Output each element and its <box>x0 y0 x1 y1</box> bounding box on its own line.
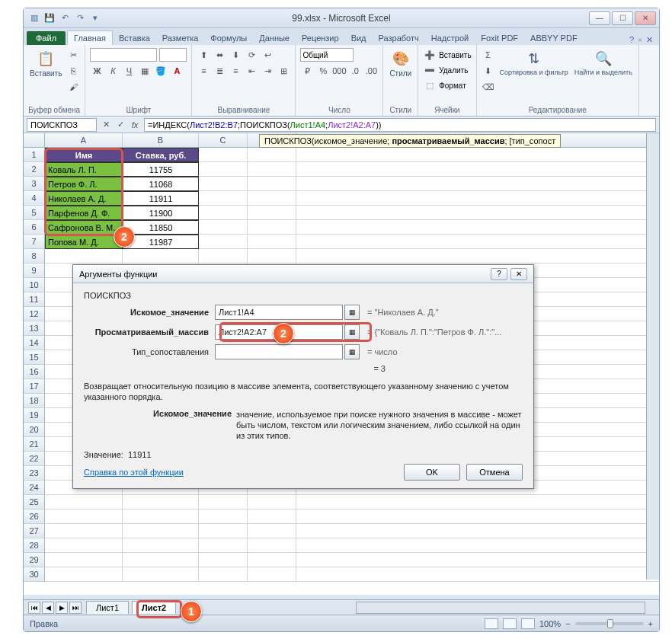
italic-icon[interactable]: К <box>106 64 120 78</box>
row-header[interactable]: 14 <box>24 336 45 350</box>
cell[interactable] <box>248 524 296 538</box>
underline-icon[interactable]: Ч <box>122 64 136 78</box>
row-header[interactable]: 8 <box>24 249 45 264</box>
cell[interactable]: 11911 <box>123 191 199 206</box>
tab-data[interactable]: Данные <box>253 31 296 45</box>
cell[interactable] <box>199 206 248 220</box>
row-header[interactable]: 7 <box>24 235 45 249</box>
zoom-out-icon[interactable]: − <box>565 619 570 628</box>
cell[interactable] <box>248 567 296 582</box>
sort-filter-button[interactable]: ⇅ Сортировка и фильтр <box>498 48 570 78</box>
row-header[interactable]: 23 <box>24 466 45 481</box>
row-header[interactable]: 10 <box>24 278 45 292</box>
cell[interactable] <box>199 524 248 538</box>
tab-review[interactable]: Рецензир <box>296 31 345 45</box>
indent-inc-icon[interactable]: ⇥ <box>261 64 274 78</box>
name-box[interactable]: ПОИСКПОЗ <box>27 118 97 132</box>
cell[interactable] <box>45 567 123 582</box>
tab-addins[interactable]: Надстрой <box>425 31 475 45</box>
cell[interactable] <box>45 249 123 264</box>
sheet-tab-2[interactable]: Лист2 <box>132 601 176 614</box>
cell[interactable]: Попова М. Д. <box>45 235 123 249</box>
sheet-nav-first-icon[interactable]: ⏮ <box>28 602 40 614</box>
formula-input[interactable]: =ИНДЕКС(Лист2!B2:B7;ПОИСКПОЗ(Лист1!A4;Ли… <box>144 118 656 132</box>
undo-icon[interactable]: ↶ <box>59 12 71 24</box>
arg-match-refbtn[interactable]: ▦ <box>344 344 360 359</box>
tab-insert[interactable]: Вставка <box>113 31 156 45</box>
format-cells-icon[interactable]: ⬚ <box>423 78 437 92</box>
cell[interactable] <box>248 177 296 191</box>
cell[interactable] <box>199 249 248 264</box>
cell[interactable] <box>199 220 248 235</box>
align-bottom-icon[interactable]: ⬇ <box>229 48 242 62</box>
cell[interactable] <box>123 538 199 553</box>
cell[interactable]: Ставка, руб. <box>123 148 199 162</box>
row-header[interactable]: 17 <box>24 379 45 394</box>
cell[interactable] <box>248 162 296 177</box>
view-pagebreak-icon[interactable] <box>521 618 535 629</box>
fill-icon[interactable]: ⬇ <box>482 64 495 78</box>
close-button[interactable]: ✕ <box>635 11 656 25</box>
minimize-button[interactable]: — <box>589 11 610 25</box>
copy-icon[interactable]: ⎘ <box>66 64 80 78</box>
sheet-tab-1[interactable]: Лист1 <box>86 601 129 614</box>
cell[interactable] <box>123 567 199 582</box>
cell[interactable] <box>45 538 123 553</box>
row-header[interactable]: 26 <box>24 509 45 524</box>
row-header[interactable]: 11 <box>24 292 45 307</box>
arg-lookup-refbtn[interactable]: ▦ <box>344 305 360 320</box>
cell[interactable] <box>199 538 248 553</box>
sheet-nav-next-icon[interactable]: ▶ <box>56 602 68 614</box>
cell[interactable]: Имя <box>45 148 123 162</box>
cell[interactable] <box>199 553 248 567</box>
row-header[interactable]: 9 <box>24 264 45 278</box>
minimize-ribbon-icon[interactable]: ▫ <box>638 35 642 45</box>
cancel-formula-icon[interactable]: ✕ <box>100 119 112 131</box>
merge-icon[interactable]: ⊞ <box>277 64 290 78</box>
comma-icon[interactable]: 000 <box>332 64 346 78</box>
cell[interactable] <box>248 148 296 162</box>
save-icon[interactable]: 💾 <box>43 12 56 24</box>
cell[interactable] <box>199 509 248 524</box>
tab-abbyy[interactable]: ABBYY PDF <box>524 31 584 45</box>
row-header[interactable]: 3 <box>24 177 45 191</box>
insert-cells-icon[interactable]: ➕ <box>423 48 437 62</box>
cell[interactable] <box>248 553 296 567</box>
cell[interactable] <box>123 553 199 567</box>
styles-button[interactable]: 🎨 Стили <box>388 48 413 79</box>
cell[interactable] <box>248 220 296 235</box>
cell[interactable] <box>45 524 123 538</box>
row-header[interactable]: 6 <box>24 220 45 235</box>
inc-decimal-icon[interactable]: .0 <box>348 64 362 78</box>
sheet-nav-prev-icon[interactable]: ◀ <box>42 602 54 614</box>
cell[interactable] <box>199 191 248 206</box>
cell[interactable] <box>123 495 199 509</box>
arg-lookup-input[interactable]: Лист1!A4 <box>215 305 343 320</box>
align-middle-icon[interactable]: ⬌ <box>213 48 226 62</box>
cell[interactable]: 11068 <box>123 177 199 191</box>
row-header[interactable]: 5 <box>24 206 45 220</box>
enter-formula-icon[interactable]: ✓ <box>114 119 126 131</box>
cell[interactable] <box>248 191 296 206</box>
cell[interactable]: Николаев А. Д. <box>45 191 123 206</box>
cell[interactable] <box>199 148 248 162</box>
view-normal-icon[interactable] <box>485 618 498 629</box>
tab-foxit[interactable]: Foxit PDF <box>475 31 524 45</box>
row-header[interactable]: 25 <box>24 495 45 509</box>
maximize-button[interactable]: ☐ <box>612 11 633 25</box>
row-header[interactable]: 27 <box>24 524 45 538</box>
cell[interactable] <box>45 509 123 524</box>
row-header[interactable]: 1 <box>24 148 45 162</box>
paste-button[interactable]: 📋 Вставить <box>28 48 63 79</box>
cell[interactable] <box>199 495 248 509</box>
cell[interactable] <box>248 495 296 509</box>
row-header[interactable]: 4 <box>24 191 45 206</box>
cell[interactable] <box>123 249 199 264</box>
row-header[interactable]: 18 <box>24 394 45 408</box>
row-header[interactable]: 24 <box>24 481 45 495</box>
indent-dec-icon[interactable]: ⇤ <box>245 64 258 78</box>
cell[interactable] <box>199 567 248 582</box>
row-header[interactable]: 12 <box>24 307 45 321</box>
align-top-icon[interactable]: ⬆ <box>197 48 210 62</box>
dialog-help-icon[interactable]: ? <box>491 268 507 280</box>
